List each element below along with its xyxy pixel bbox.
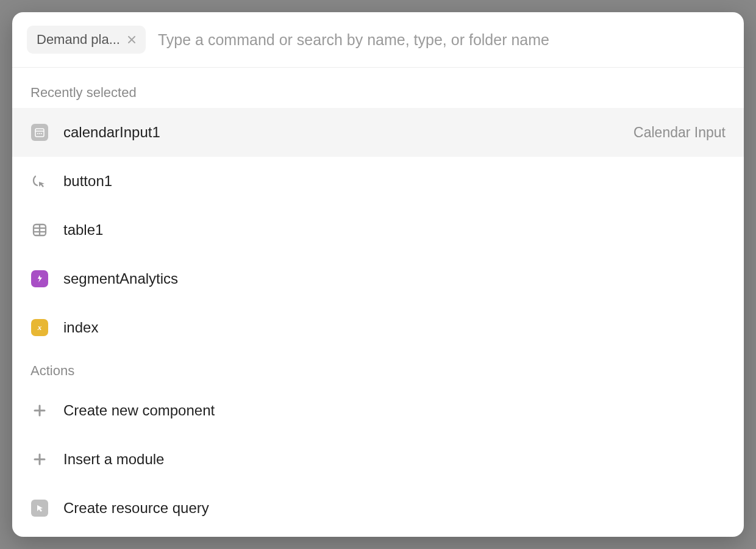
svg-rect-0 <box>35 129 44 137</box>
section-recently-selected-title: Recently selected <box>12 74 744 108</box>
recent-item-table1[interactable]: table1 <box>12 206 744 254</box>
section-actions-title: Actions <box>12 352 744 386</box>
resource-icon <box>30 499 49 517</box>
item-meta: Calendar Input <box>633 124 726 141</box>
search-input[interactable] <box>158 31 727 49</box>
action-create-component[interactable]: Create new component <box>12 386 744 435</box>
item-label: segmentAnalytics <box>63 270 726 287</box>
context-chip-label: Demand pla... <box>37 32 120 48</box>
item-label: Insert a module <box>63 451 726 468</box>
svg-point-4 <box>41 133 42 134</box>
context-chip[interactable]: Demand pla... <box>27 26 146 54</box>
plus-icon <box>30 450 49 468</box>
recent-item-segmentAnalytics[interactable]: segmentAnalytics <box>12 254 744 303</box>
recent-item-index[interactable]: x index <box>12 303 744 352</box>
table-icon <box>30 221 49 239</box>
item-label: table1 <box>63 221 726 239</box>
command-palette: Demand pla... Recently selected calendar… <box>12 12 744 537</box>
cursor-icon <box>30 172 49 190</box>
variable-icon: x <box>30 318 49 337</box>
item-label: Create new component <box>63 402 726 419</box>
item-label: index <box>63 319 726 336</box>
calendar-icon <box>30 123 49 142</box>
plus-icon <box>30 401 49 420</box>
svg-point-3 <box>39 133 40 134</box>
palette-body: Recently selected calendarInput1 Calenda… <box>12 68 744 537</box>
recent-item-button1[interactable]: button1 <box>12 157 744 206</box>
svg-point-2 <box>37 133 38 134</box>
recent-item-calendarInput1[interactable]: calendarInput1 Calendar Input <box>12 108 744 157</box>
item-label: Create resource query <box>63 500 726 517</box>
palette-header: Demand pla... <box>12 12 744 68</box>
close-icon[interactable] <box>126 34 137 45</box>
action-insert-module[interactable]: Insert a module <box>12 435 744 484</box>
item-label: button1 <box>63 173 726 190</box>
svg-text:x: x <box>37 323 42 332</box>
segment-icon <box>30 270 49 288</box>
action-create-resource-query[interactable]: Create resource query <box>12 484 744 533</box>
item-label: calendarInput1 <box>63 124 619 141</box>
